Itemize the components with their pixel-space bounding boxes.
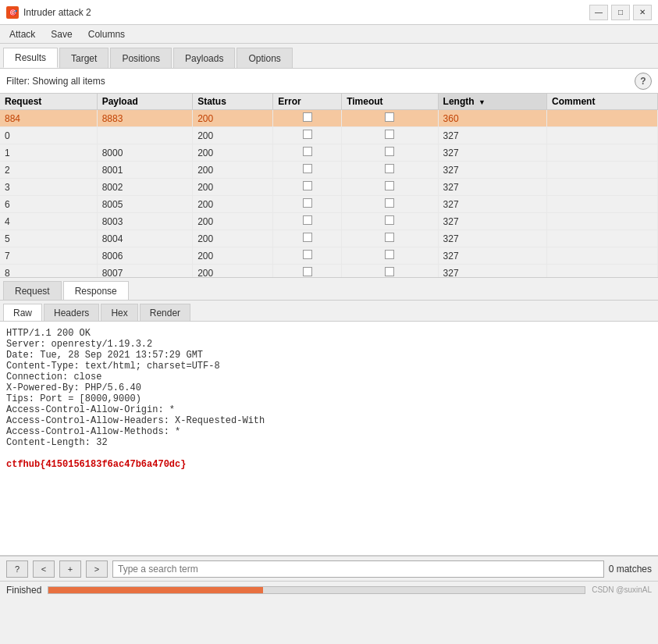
results-table-wrapper: Request Payload Status Error Timeout Len… — [0, 94, 658, 277]
request-cell: 7 — [0, 247, 97, 265]
response-content[interactable]: HTTP/1.1 200 OK Server: openresty/1.19.3… — [0, 322, 658, 556]
menu-attack[interactable]: Attack — [3, 27, 41, 41]
status-cell: 200 — [193, 213, 273, 230]
results-table-scroll[interactable]: Request Payload Status Error Timeout Len… — [0, 94, 658, 277]
status-cell: 200 — [193, 179, 273, 196]
table-row[interactable]: 58004200327 — [0, 230, 658, 247]
timeout-cell — [342, 127, 438, 144]
table-row[interactable]: 78006200327 — [0, 247, 658, 265]
length-cell: 360 — [438, 110, 547, 127]
status-cell: 200 — [193, 265, 273, 278]
prev-button[interactable]: < — [33, 560, 55, 578]
inner-tab-render[interactable]: Render — [140, 304, 190, 321]
help-button[interactable]: ? — [6, 560, 28, 578]
table-row[interactable]: 48003200327 — [0, 213, 658, 230]
table-row[interactable]: 0200327 — [0, 127, 658, 144]
tab-positions[interactable]: Positions — [110, 48, 172, 68]
panel-tab-request[interactable]: Request — [3, 281, 62, 300]
menu-save[interactable]: Save — [44, 27, 78, 41]
error-checkbox[interactable] — [303, 112, 312, 122]
comment-cell — [547, 213, 658, 230]
error-checkbox[interactable] — [303, 147, 312, 156]
timeout-cell — [342, 162, 438, 179]
payload-cell: 8006 — [97, 247, 193, 265]
comment-cell — [547, 179, 658, 196]
watermark: CSDN @suxinAL — [592, 585, 652, 594]
error-checkbox[interactable] — [303, 181, 312, 190]
filter-bar: Filter: Showing all items ? — [0, 69, 658, 94]
error-cell — [273, 144, 342, 162]
error-checkbox[interactable] — [303, 164, 312, 173]
error-checkbox[interactable] — [303, 250, 312, 259]
search-input[interactable] — [112, 560, 604, 578]
payload-cell: 8005 — [97, 196, 193, 213]
col-error[interactable]: Error — [273, 94, 342, 110]
maximize-button[interactable]: □ — [611, 5, 630, 20]
timeout-checkbox[interactable] — [385, 112, 394, 122]
comment-cell — [547, 110, 658, 127]
tab-options[interactable]: Options — [237, 48, 292, 68]
request-cell: 6 — [0, 196, 97, 213]
error-checkbox[interactable] — [303, 215, 312, 225]
table-row[interactable]: 38002200327 — [0, 179, 658, 196]
comment-cell — [547, 144, 658, 162]
table-row[interactable]: 88007200327 — [0, 265, 658, 278]
inner-tab-hex[interactable]: Hex — [101, 304, 137, 321]
minimize-button[interactable]: — — [589, 5, 608, 20]
request-cell: 8 — [0, 265, 97, 278]
status-cell: 200 — [193, 127, 273, 144]
response-highlight: ctfhub{4150156183f6ac47b6a470dc} — [6, 459, 186, 470]
timeout-cell — [342, 265, 438, 278]
error-checkbox[interactable] — [303, 130, 312, 139]
payload-cell: 8002 — [97, 179, 193, 196]
timeout-cell — [342, 144, 438, 162]
col-request[interactable]: Request — [0, 94, 97, 110]
status-cell: 200 — [193, 196, 273, 213]
timeout-checkbox[interactable] — [385, 130, 394, 139]
next-button[interactable]: + — [59, 560, 81, 578]
menu-columns[interactable]: Columns — [82, 27, 131, 41]
tab-payloads[interactable]: Payloads — [173, 48, 235, 68]
close-button[interactable]: ✕ — [633, 5, 652, 20]
inner-tab-raw[interactable]: Raw — [3, 304, 42, 321]
error-checkbox[interactable] — [303, 198, 312, 208]
tab-results[interactable]: Results — [3, 48, 58, 68]
panel-tab-response[interactable]: Response — [63, 281, 129, 300]
error-cell — [273, 265, 342, 278]
col-timeout[interactable]: Timeout — [342, 94, 438, 110]
timeout-checkbox[interactable] — [385, 198, 394, 208]
request-cell: 2 — [0, 162, 97, 179]
forward-button[interactable]: > — [86, 560, 108, 578]
table-row[interactable]: 68005200327 — [0, 196, 658, 213]
col-payload[interactable]: Payload — [97, 94, 193, 110]
timeout-checkbox[interactable] — [385, 267, 394, 276]
comment-cell — [547, 196, 658, 213]
timeout-checkbox[interactable] — [385, 250, 394, 259]
tab-target[interactable]: Target — [59, 48, 108, 68]
error-checkbox[interactable] — [303, 267, 312, 276]
col-length[interactable]: Length ▼ — [438, 94, 547, 110]
filter-help-button[interactable]: ? — [635, 73, 652, 90]
timeout-checkbox[interactable] — [385, 164, 394, 173]
length-cell: 327 — [438, 230, 547, 247]
col-status[interactable]: Status — [193, 94, 273, 110]
timeout-cell — [342, 230, 438, 247]
timeout-checkbox[interactable] — [385, 233, 394, 242]
timeout-checkbox[interactable] — [385, 181, 394, 190]
status-cell: 200 — [193, 144, 273, 162]
status-cell: 200 — [193, 230, 273, 247]
status-text: Finished — [6, 585, 41, 596]
payload-cell: 8883 — [97, 110, 193, 127]
table-row[interactable]: 18000200327 — [0, 144, 658, 162]
table-row[interactable]: 8848883200360 — [0, 110, 658, 127]
matches-count: 0 matches — [609, 564, 652, 575]
timeout-checkbox[interactable] — [385, 215, 394, 225]
error-checkbox[interactable] — [303, 233, 312, 242]
request-cell: 0 — [0, 127, 97, 144]
error-cell — [273, 110, 342, 127]
table-row[interactable]: 28001200327 — [0, 162, 658, 179]
timeout-checkbox[interactable] — [385, 147, 394, 156]
inner-tab-headers[interactable]: Headers — [44, 304, 99, 321]
col-comment[interactable]: Comment — [547, 94, 658, 110]
error-cell — [273, 196, 342, 213]
